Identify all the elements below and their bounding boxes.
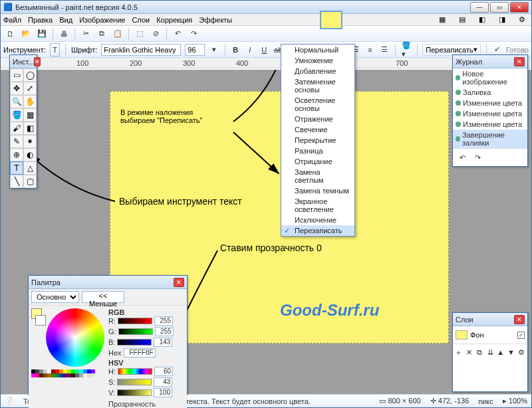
g-value[interactable]: 255 (155, 327, 174, 336)
tool-lasso[interactable]: ◯ (23, 68, 37, 82)
tool-picker[interactable]: ⁕ (23, 135, 37, 148)
tool-move-sel[interactable]: ⤢ (23, 82, 37, 95)
bold-button[interactable]: B (231, 43, 241, 56)
history-item[interactable]: Заливка (453, 87, 527, 98)
tools-close-icon[interactable]: ✕ (34, 57, 41, 66)
tool-brush[interactable]: 🖌 (10, 122, 23, 135)
v-value[interactable]: 100 (154, 388, 172, 397)
italic-button[interactable]: I (245, 43, 255, 56)
history-item[interactable]: Изменение цвета (453, 119, 527, 130)
layer-duplicate-icon[interactable]: ⧉ (475, 346, 484, 359)
blend-item[interactable]: Отражение (281, 114, 354, 124)
tool-pencil[interactable]: ✎ (10, 135, 23, 148)
layer-merge-icon[interactable]: ⇊ (485, 346, 495, 359)
settings-icon[interactable]: ⚙ (515, 13, 529, 27)
layer-delete-icon[interactable]: ✕ (465, 346, 474, 359)
menu-effects[interactable]: Эффекты (199, 16, 232, 24)
align-center-icon[interactable]: ≡ (365, 43, 376, 56)
less-button[interactable]: << Меньше (82, 291, 124, 303)
layer-props-icon[interactable]: ⚙ (517, 346, 526, 359)
menu-image[interactable]: Изображение (79, 16, 125, 24)
menu-adjust[interactable]: Коррекция (156, 16, 192, 24)
font-size-input[interactable] (185, 44, 205, 56)
close-button[interactable]: ✕ (510, 2, 529, 13)
layer-visibility-checkbox[interactable]: ✓ (517, 332, 525, 339)
color-mode-select[interactable]: Основной (31, 291, 79, 303)
tool-rect[interactable]: ▢ (23, 175, 37, 188)
document-thumbnail[interactable] (320, 11, 342, 29)
color-wheel[interactable] (46, 308, 104, 367)
h-value[interactable]: 60 (154, 367, 173, 376)
blend-item[interactable]: Осветление основы (281, 95, 354, 114)
fill-icon[interactable]: 🪣▾ (401, 43, 412, 56)
blend-item[interactable]: Свечение (281, 124, 354, 135)
color-swatches[interactable] (31, 369, 104, 377)
blend-item[interactable]: Перекрытие (281, 135, 354, 146)
blend-item[interactable]: Умножение (281, 55, 354, 66)
cut-icon[interactable]: ✂ (79, 27, 92, 41)
minimize-button[interactable]: — (470, 2, 489, 13)
blend-item[interactable]: Экранное осветление (281, 196, 354, 215)
v-slider[interactable] (117, 389, 152, 396)
history-close-icon[interactable]: ✕ (514, 57, 525, 66)
hex-value[interactable]: FFFF8F (124, 348, 156, 357)
history-item[interactable]: Изменение цвета (453, 108, 527, 119)
history-undo-icon[interactable]: ↶ (456, 151, 469, 164)
size-dropdown-icon[interactable]: ▾ (209, 43, 219, 56)
tool-text[interactable]: T (10, 161, 23, 175)
h-slider[interactable] (118, 368, 152, 375)
crop-icon[interactable]: ⬚ (133, 27, 146, 41)
tool-pan[interactable]: ✋ (23, 95, 37, 108)
layer-down-icon[interactable]: ▼ (507, 346, 516, 359)
tool-line[interactable]: ╲ (10, 175, 23, 188)
blend-item[interactable]: Нормальный (281, 45, 354, 55)
toggle-panel-3[interactable]: ◧ (475, 13, 489, 27)
blend-item[interactable]: Разница (281, 146, 354, 156)
layers-close-icon[interactable]: ✕ (514, 315, 525, 324)
print-icon[interactable]: 🖶 (57, 27, 70, 41)
maximize-button[interactable]: ▭ (490, 2, 509, 13)
r-slider[interactable] (118, 318, 152, 324)
b-slider[interactable] (117, 339, 152, 346)
align-right-icon[interactable]: ☰ (379, 43, 390, 56)
blend-item[interactable]: Замена темным (281, 185, 354, 196)
undo-icon[interactable]: ↶ (171, 27, 184, 41)
tool-clone[interactable]: ⊕ (10, 148, 23, 161)
blend-item-selected[interactable]: Перезаписать (281, 225, 354, 236)
status-units[interactable]: пикс (478, 397, 493, 405)
s-value[interactable]: 43 (154, 377, 172, 387)
font-family-input[interactable] (101, 44, 181, 56)
underline-button[interactable]: U (259, 43, 270, 56)
paste-icon[interactable]: 📋 (111, 27, 124, 41)
blend-item[interactable]: Затемнение основы (281, 76, 354, 95)
toggle-panel-1[interactable]: ▦ (436, 13, 449, 27)
s-slider[interactable] (117, 379, 152, 385)
copy-icon[interactable]: ⧉ (95, 27, 108, 41)
b-value[interactable]: 143 (154, 338, 172, 347)
menu-file[interactable]: Файл (3, 16, 21, 24)
r-value[interactable]: 255 (154, 316, 173, 326)
layer-row[interactable]: Фон ✓ (456, 330, 525, 340)
palette-close-icon[interactable]: ✕ (174, 278, 184, 287)
tool-eraser[interactable]: ◧ (23, 122, 37, 135)
tool-shapes[interactable]: △ (23, 161, 37, 175)
tool-zoom[interactable]: 🔍 (10, 95, 23, 108)
blend-item[interactable]: Исключение (281, 215, 354, 225)
toggle-panel-2[interactable]: ▤ (456, 13, 469, 27)
layer-up-icon[interactable]: ▲ (496, 346, 505, 359)
history-redo-icon[interactable]: ↷ (471, 151, 484, 164)
secondary-swatch[interactable] (35, 315, 46, 326)
toggle-panel-4[interactable]: ◨ (495, 13, 509, 27)
redo-icon[interactable]: ↷ (187, 27, 200, 41)
blend-mode-dropdown[interactable]: Перезаписать ▾ (422, 44, 480, 56)
history-item-selected[interactable]: Завершение заливки (453, 130, 527, 148)
tool-fill[interactable]: 🪣 (10, 108, 23, 122)
menu-edit[interactable]: Правка (28, 16, 53, 24)
new-icon[interactable]: 🗋 (3, 27, 17, 41)
tool-rect-select[interactable]: ▭ (10, 68, 23, 82)
status-zoom[interactable]: ▸ 100% (503, 397, 527, 405)
tool-move[interactable]: ✥ (10, 82, 23, 95)
blend-item[interactable]: Замена светлым (281, 167, 354, 185)
open-icon[interactable]: 📂 (19, 27, 33, 41)
menu-view[interactable]: Вид (59, 16, 72, 24)
